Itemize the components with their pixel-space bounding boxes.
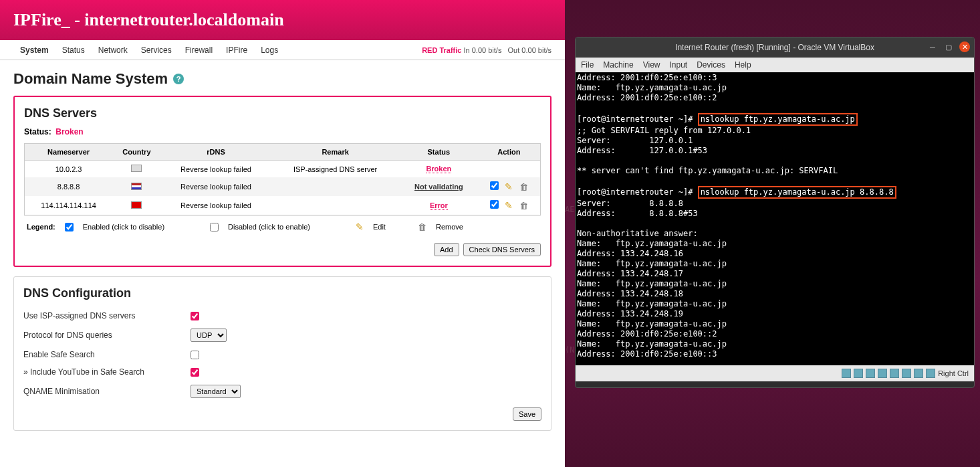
menu-view[interactable]: View bbox=[643, 60, 660, 70]
tab-system[interactable]: System bbox=[13, 45, 55, 55]
country-cell bbox=[112, 196, 161, 215]
ipfire-webui: IPFire_ - internetrouter.localdomain Sys… bbox=[0, 0, 565, 467]
dns-row: 8.8.8.8Reverse lookup failedNot validati… bbox=[25, 177, 541, 196]
tab-ipfire[interactable]: IPFire bbox=[219, 45, 254, 55]
rdns-cell: Reverse lookup failed bbox=[161, 161, 271, 178]
dns-servers-panel: DNS Servers Status: Broken NameserverCou… bbox=[13, 96, 552, 267]
config-checkbox[interactable] bbox=[191, 351, 199, 359]
config-label: Protocol for DNS queries bbox=[23, 331, 191, 340]
status-icon[interactable] bbox=[902, 369, 911, 378]
config-row: Enable Safe Search bbox=[23, 346, 541, 363]
tab-services[interactable]: Services bbox=[134, 45, 178, 55]
config-label: QNAME Minimisation bbox=[23, 387, 191, 396]
remark-cell: ISP-assigned DNS server bbox=[271, 161, 400, 178]
status-cell: Error bbox=[400, 196, 478, 215]
vbox-menubar: FileMachineViewInputDevicesHelp bbox=[576, 58, 974, 72]
menu-machine[interactable]: Machine bbox=[603, 60, 633, 70]
nameserver-cell: 114.114.114.114 bbox=[25, 196, 113, 215]
config-row: » Include YouTube in Safe Search bbox=[23, 363, 541, 381]
status-icon[interactable] bbox=[866, 369, 875, 378]
dns-table: NameserverCountryrDNSRemarkStatusAction … bbox=[24, 143, 541, 215]
nav-tabs: SystemStatusNetworkServicesFirewallIPFir… bbox=[0, 40, 565, 60]
config-label: Use ISP-assigned DNS servers bbox=[23, 311, 191, 320]
host-key-label: Right Ctrl bbox=[938, 369, 969, 377]
dns-config-panel: DNS Configuration Use ISP-assigned DNS s… bbox=[13, 276, 552, 431]
page-title: Domain Name System ? bbox=[13, 70, 552, 88]
status-cell: Not validating bbox=[400, 177, 478, 196]
highlighted-command-1: nslookup ftp.yz.yamagata-u.ac.jp bbox=[698, 113, 858, 126]
config-checkbox[interactable] bbox=[191, 368, 199, 377]
vbox-statusbar: Right Ctrl bbox=[576, 365, 974, 381]
maximize-button[interactable]: ▢ bbox=[943, 41, 954, 52]
menu-file[interactable]: File bbox=[581, 60, 594, 70]
delete-icon[interactable]: 🗑 bbox=[519, 201, 528, 211]
remark-cell bbox=[271, 177, 400, 196]
config-row: QNAME MinimisationStandard bbox=[23, 381, 541, 402]
flag-icon bbox=[131, 183, 142, 190]
config-row: Protocol for DNS queriesUDP bbox=[23, 324, 541, 346]
minimize-button[interactable]: ─ bbox=[927, 41, 938, 52]
legend-disabled-checkbox bbox=[210, 223, 219, 231]
menu-input[interactable]: Input bbox=[670, 60, 688, 70]
dns-servers-heading: DNS Servers bbox=[24, 106, 541, 120]
legend: Legend: Enabled (click to disable) Disab… bbox=[24, 215, 541, 238]
config-row: Use ISP-assigned DNS servers bbox=[23, 307, 541, 324]
hero-banner: IPFire_ - internetrouter.localdomain bbox=[0, 0, 565, 40]
tab-network[interactable]: Network bbox=[92, 45, 134, 55]
config-checkbox[interactable] bbox=[191, 312, 199, 320]
status-icon[interactable] bbox=[842, 369, 851, 378]
status-icon[interactable] bbox=[926, 369, 935, 378]
dns-row: 10.0.2.3Reverse lookup failedISP-assigne… bbox=[25, 161, 541, 178]
vbox-titlebar[interactable]: Internet Router (fresh) [Running] - Orac… bbox=[576, 37, 974, 58]
tab-firewall[interactable]: Firewall bbox=[178, 45, 219, 55]
pencil-icon: ✎ bbox=[356, 221, 364, 232]
edit-icon[interactable]: ✎ bbox=[505, 200, 513, 211]
tab-status[interactable]: Status bbox=[55, 45, 92, 55]
config-label: Enable Safe Search bbox=[23, 350, 191, 359]
legend-enabled-checkbox bbox=[65, 223, 74, 231]
config-label: » Include YouTube in Safe Search bbox=[23, 367, 191, 377]
col-status: Status bbox=[400, 144, 478, 161]
col-action: Action bbox=[478, 144, 541, 161]
highlighted-command-2: nslookup ftp.yz.yamagata-u.ac.jp 8.8.8.8 bbox=[698, 186, 896, 199]
flag-icon bbox=[131, 165, 142, 172]
menu-help[interactable]: Help bbox=[735, 60, 751, 70]
flag-icon bbox=[131, 201, 142, 209]
trash-icon: 🗑 bbox=[418, 222, 426, 232]
enable-checkbox[interactable] bbox=[490, 181, 499, 190]
country-cell bbox=[112, 177, 161, 196]
col-remark: Remark bbox=[271, 144, 400, 161]
status-icon[interactable] bbox=[890, 369, 899, 378]
help-icon[interactable]: ? bbox=[173, 74, 184, 84]
action-cell: ✎ 🗑 bbox=[478, 196, 541, 215]
rdns-cell: Reverse lookup failed bbox=[161, 196, 271, 215]
config-select[interactable]: Standard bbox=[191, 385, 241, 398]
virtualbox-window: Internet Router (fresh) [Running] - Orac… bbox=[575, 37, 975, 388]
tab-logs[interactable]: Logs bbox=[254, 45, 285, 55]
status-row: Status: Broken bbox=[24, 127, 541, 136]
traffic-indicator: RED Traffic In 0.00 bit/s Out 0.00 bit/s bbox=[422, 46, 552, 54]
delete-icon[interactable]: 🗑 bbox=[519, 182, 528, 192]
rdns-cell: Reverse lookup failed bbox=[161, 177, 271, 196]
save-button[interactable]: Save bbox=[513, 407, 541, 421]
hero-title: IPFire_ - internetrouter.localdomain bbox=[13, 10, 284, 30]
enable-checkbox[interactable] bbox=[490, 200, 499, 209]
col-nameserver: Nameserver bbox=[25, 144, 113, 161]
menu-devices[interactable]: Devices bbox=[697, 60, 725, 70]
edit-icon[interactable]: ✎ bbox=[505, 181, 513, 192]
status-icon[interactable] bbox=[914, 369, 923, 378]
add-button[interactable]: Add bbox=[434, 243, 459, 256]
nameserver-cell: 8.8.8.8 bbox=[25, 177, 113, 196]
status-icon[interactable] bbox=[854, 369, 863, 378]
col-rdns: rDNS bbox=[161, 144, 271, 161]
dns-row: 114.114.114.114Reverse lookup failedErro… bbox=[25, 196, 541, 215]
config-select[interactable]: UDP bbox=[191, 329, 227, 342]
terminal[interactable]: Address: 2001:df0:25e:e100::3 Name: ftp.… bbox=[576, 72, 974, 365]
check-dns-button[interactable]: Check DNS Servers bbox=[463, 243, 541, 256]
vbox-title-text: Internet Router (fresh) [Running] - Orac… bbox=[675, 43, 874, 52]
action-cell bbox=[478, 161, 541, 178]
nameserver-cell: 10.0.2.3 bbox=[25, 161, 113, 178]
status-icon[interactable] bbox=[878, 369, 887, 378]
col-country: Country bbox=[112, 144, 161, 161]
close-button[interactable]: ✕ bbox=[959, 41, 970, 52]
